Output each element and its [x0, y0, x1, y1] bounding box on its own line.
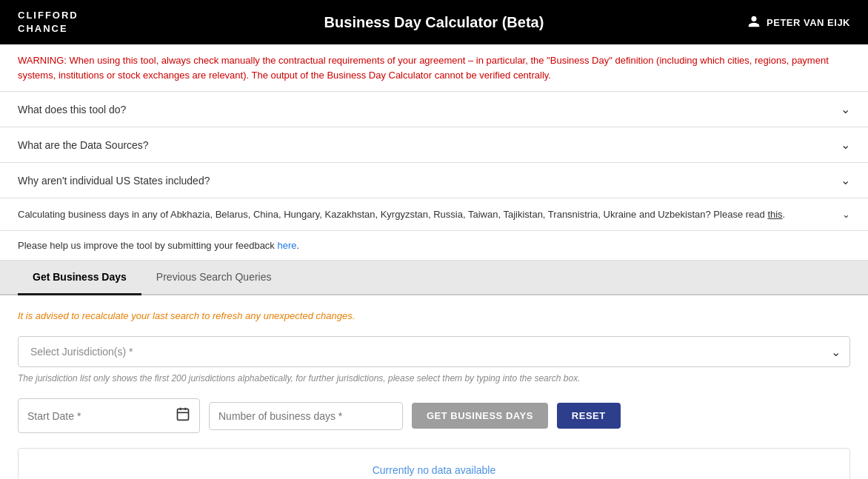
accordion-label-3: Why aren't individual US States included…	[18, 175, 210, 187]
calendar-icon[interactable]	[167, 399, 199, 432]
reset-button[interactable]: RESET	[557, 403, 621, 429]
business-days-input[interactable]	[210, 403, 402, 429]
accordion-label-1: What does this tool do?	[18, 104, 126, 115]
result-area: Currently no data available	[18, 448, 850, 479]
business-days-wrapper	[209, 402, 403, 430]
feedback-suffix: .	[297, 240, 300, 251]
chevron-icon-1: ⌄	[841, 102, 850, 116]
advisory-text: It is advised to recalculate your last s…	[18, 310, 850, 321]
chevron-icon-warning: ⌄	[842, 209, 850, 220]
accordion-header-1[interactable]: What does this tool do? ⌄	[18, 92, 850, 127]
jurisdiction-placeholder: Select Jurisdiction(s) *	[30, 346, 133, 358]
accordion-header-2[interactable]: What are the Data Sources? ⌄	[18, 127, 850, 162]
accordion-warning-link[interactable]: this	[767, 209, 782, 220]
warning-banner: WARNING: When using this tool, always ch…	[0, 44, 868, 92]
feedback-prefix: Please help us improve the tool by submi…	[18, 240, 277, 251]
accordion-header-3[interactable]: Why aren't individual US States included…	[18, 163, 850, 198]
main-content: It is advised to recalculate your last s…	[0, 295, 868, 479]
warning-text: WARNING: When using this tool, always ch…	[18, 55, 829, 81]
user-name: PETER VAN EIJK	[767, 17, 850, 28]
app-header: CLIFFORD CHANCE Business Day Calculator …	[0, 0, 868, 44]
accordion-item-3: Why aren't individual US States included…	[0, 163, 868, 198]
tab-previous-search-queries[interactable]: Previous Search Queries	[141, 261, 287, 295]
chevron-down-icon: ⌄	[831, 345, 841, 359]
app-title: Business Day Calculator (Beta)	[324, 14, 544, 31]
result-empty-text: Currently no data available	[373, 464, 496, 476]
logo: CLIFFORD CHANCE	[18, 9, 79, 36]
accordion-warning-text: Calculating business days in any of Abkh…	[18, 209, 785, 220]
feedback-section: Please help us improve the tool by submi…	[0, 231, 868, 261]
accordion-label-2: What are the Data Sources?	[18, 139, 149, 151]
start-date-wrapper	[18, 398, 200, 433]
user-info: PETER VAN EIJK	[747, 15, 850, 30]
accordion-warning-header[interactable]: Calculating business days in any of Abkh…	[18, 198, 850, 230]
start-date-input[interactable]	[19, 403, 167, 429]
jurisdiction-hint: The jurisdiction list only shows the fir…	[18, 373, 850, 383]
accordion-section: What does this tool do? ⌄ What are the D…	[0, 92, 868, 231]
chevron-icon-2: ⌄	[841, 138, 850, 152]
svg-rect-0	[178, 409, 189, 420]
accordion-item-warning: Calculating business days in any of Abkh…	[0, 198, 868, 231]
feedback-link[interactable]: here	[277, 240, 296, 251]
user-icon	[747, 15, 761, 30]
chevron-icon-3: ⌄	[841, 173, 850, 187]
accordion-item-1: What does this tool do? ⌄	[0, 92, 868, 127]
input-row: GET BUSINESS DAYS RESET	[18, 398, 850, 433]
tab-get-business-days[interactable]: Get Business Days	[18, 261, 141, 295]
jurisdiction-select[interactable]: Select Jurisdiction(s) * ⌄	[18, 336, 850, 367]
tabs-container: Get Business Days Previous Search Querie…	[0, 261, 868, 295]
get-business-days-button[interactable]: GET BUSINESS DAYS	[412, 403, 548, 429]
accordion-item-2: What are the Data Sources? ⌄	[0, 127, 868, 163]
